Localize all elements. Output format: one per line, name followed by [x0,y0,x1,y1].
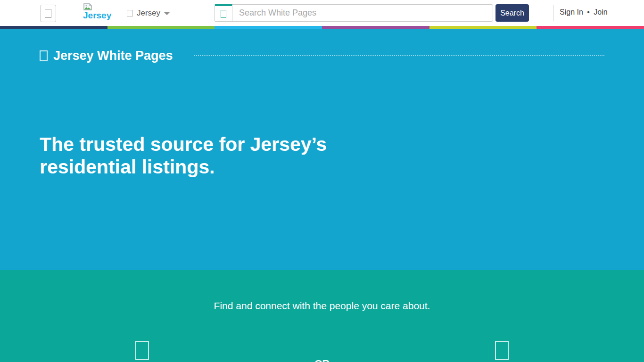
top-navbar: Jersey Jersey Search Sign In • Join [0,0,644,26]
or-label: OR [0,358,644,362]
stripe-segment [0,26,107,29]
stripe-segment [429,26,537,29]
white-pages-icon [40,50,48,61]
dotted-divider [194,55,604,56]
connect-tagline: Find and connect with the people you car… [0,300,644,312]
page: Jersey Jersey Search Sign In • Join [0,0,644,362]
hero-section: Jersey White Pages The trusted source fo… [0,29,644,270]
hero-headline: The trusted source for Jersey’s resident… [40,133,327,178]
sign-in-link[interactable]: Sign In [560,8,583,16]
stripe-segment [215,26,322,29]
header-divider [553,5,553,21]
logo-label: Jersey [83,11,111,20]
broken-image-icon [83,3,92,10]
search-input[interactable] [232,4,493,22]
connect-section: Find and connect with the people you car… [0,270,644,362]
auth-links: Sign In • Join [560,8,608,16]
menu-icon [45,9,51,18]
stripe-segment [322,26,429,29]
auth-separator: • [583,8,594,16]
headline-line: The trusted source for Jersey’s [40,133,327,156]
chevron-down-icon [164,12,170,15]
hero-title-row: Jersey White Pages [40,49,173,63]
search-category-button[interactable] [215,4,232,22]
search-bar: Search [215,4,529,22]
stripe-segment [537,26,644,29]
reverse-lookup-icon [495,341,509,360]
region-selector-dropdown[interactable]: Jersey [127,8,170,19]
join-link[interactable]: Join [594,8,607,16]
brand-color-stripe [0,26,644,29]
person-search-icon [135,341,149,360]
search-button[interactable]: Search [495,4,529,22]
flag-icon [127,10,133,16]
stripe-segment [107,26,215,29]
search-category-icon [221,10,226,18]
menu-button[interactable] [40,5,56,22]
site-logo[interactable]: Jersey [83,3,111,20]
region-label: Jersey [137,8,160,18]
section-title: Jersey White Pages [53,49,173,63]
headline-line: residential listings. [40,156,327,178]
